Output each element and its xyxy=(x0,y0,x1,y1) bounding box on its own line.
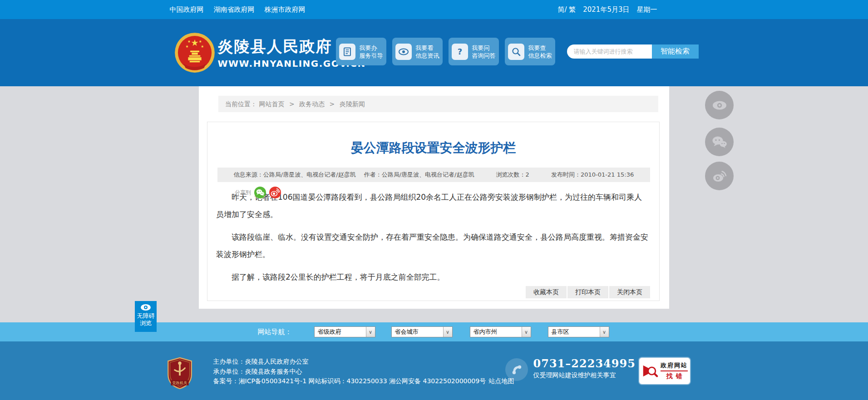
service-button-label: 我要看 信息资讯 xyxy=(416,44,439,59)
close-page-button[interactable]: 关闭本页 xyxy=(609,286,650,298)
print-page-button[interactable]: 打印本页 xyxy=(567,286,608,298)
service-label-line1: 我要看 xyxy=(416,44,434,51)
footer-value: 湘ICP备05003421号-1 网站标识码：4302250033 湘公网安备 … xyxy=(239,377,486,385)
meta-source-label: 信息来源： xyxy=(234,171,263,178)
service-label-line2: 咨询问答 xyxy=(472,52,496,59)
topbar-link-zhuzhou-gov[interactable]: 株洲市政府网 xyxy=(265,5,306,14)
weibo-share-icon[interactable] xyxy=(269,187,281,198)
weekday-text: 星期一 xyxy=(637,5,657,14)
phone-icon xyxy=(505,358,528,381)
share-widget: 分享到 xyxy=(235,187,281,198)
meta-source-value: 公路局/唐星波、电视台记者/赵彦凯 xyxy=(263,171,356,178)
lang-toggle[interactable]: 简/ 繁 xyxy=(557,5,576,14)
search-icon xyxy=(508,44,524,60)
search-input[interactable] xyxy=(567,44,652,59)
accessibility-label-line2: 浏览 xyxy=(135,320,157,327)
select-capital-cities[interactable]: 省会城市 ∨ xyxy=(391,326,453,337)
svg-text:★: ★ xyxy=(185,44,188,49)
topbar-links: 中国政府网 湖南省政府网 株洲市政府网 xyxy=(170,5,306,14)
service-button-woyaowen[interactable]: ? 我要问 咨询问答 xyxy=(449,38,499,65)
svg-text:?: ? xyxy=(457,47,462,56)
national-emblem-logo: ★ ★ ★ ★ xyxy=(174,32,215,74)
select-provincial-gov[interactable]: 省级政府 ∨ xyxy=(314,326,375,337)
topbar-right: 简/ 繁 2021年5月3日 星期一 xyxy=(557,5,657,14)
site-header: ★ ★ ★ ★ 炎陵县人民政府 WWW.HNYANLING.GOV.CN 我要办… xyxy=(0,19,868,86)
service-label-line1: 我要办 xyxy=(360,44,377,51)
svg-text:党政机关: 党政机关 xyxy=(172,380,187,385)
svg-text:★: ★ xyxy=(201,44,204,49)
date-text: 2021年5月3日 xyxy=(583,5,629,14)
article-body: 昨天，记者在106国道晏公潭路段看到，县公路局组织20余名工人正在公路旁安装波形… xyxy=(216,188,650,291)
favorite-page-button[interactable]: 收藏本页 xyxy=(526,286,567,298)
accessibility-browse-button[interactable]: 无障碍 浏览 xyxy=(135,301,157,332)
service-label-line2: 信息检索 xyxy=(528,52,552,59)
article-paragraph: 据了解，该路段2公里长的护栏工程，将于月底之前全部完工。 xyxy=(216,268,650,286)
wechat-float-button[interactable] xyxy=(705,128,734,156)
select-county-districts[interactable]: 县市区 ∨ xyxy=(548,326,609,337)
weibo-icon xyxy=(712,170,727,183)
chevron-down-icon: ∨ xyxy=(443,327,452,337)
breadcrumb-home[interactable]: 网站首页 xyxy=(259,100,284,108)
meta-time-label: 发布时间： xyxy=(551,171,581,178)
footer-label: 主办单位： xyxy=(213,358,245,365)
error-report-line1: 政府网站 xyxy=(661,361,688,371)
accessibility-label-line1: 无障碍 xyxy=(135,312,157,320)
error-report-line2: 找错 xyxy=(661,371,688,380)
breadcrumb-zhengwu[interactable]: 政务动态 xyxy=(299,100,325,108)
contact-phone-note: 仅受理网站建设维护相关事宜 xyxy=(533,371,616,380)
select-value: 县市区 xyxy=(548,327,600,337)
breadcrumb-separator: > xyxy=(289,100,295,108)
error-report-label: 政府网站 找错 xyxy=(661,361,688,380)
meta-time-value: 2010-01-21 15:36 xyxy=(581,171,634,178)
article-actions: 收藏本页 打印本页 关闭本页 xyxy=(526,286,650,298)
breadcrumb-separator: > xyxy=(330,100,335,108)
select-value: 省内市州 xyxy=(470,327,522,337)
article-meta-bar: 信息来源：公路局/唐星波、电视台记者/赵彦凯 作者：公路局/唐星波、电视台记者/… xyxy=(217,168,650,182)
footer-value: 炎陵县人民政府办公室 xyxy=(245,358,309,365)
site-title: 炎陵县人民政府 xyxy=(218,36,332,57)
select-province-cities[interactable]: 省内市州 ∨ xyxy=(470,326,531,337)
footer-row-operator: 承办单位：炎陵县政务服务中心 xyxy=(213,367,514,377)
service-button-label: 我要办 服务引导 xyxy=(360,44,383,59)
breadcrumb: 当前位置： 网站首页 > 政务动态 > 炎陵新闻 xyxy=(218,96,658,112)
article-paragraph: 昨天，记者在106国道晏公潭路段看到，县公路局组织20余名工人正在公路旁安装波形… xyxy=(216,188,650,223)
topbar-link-china-gov[interactable]: 中国政府网 xyxy=(170,5,204,14)
contact-phone-number: 0731–22234995 xyxy=(533,357,636,370)
select-value: 省会城市 xyxy=(392,327,443,337)
error-report-icon xyxy=(641,362,658,380)
eye-icon xyxy=(712,100,727,110)
party-gov-badge-icon: 党政机关 xyxy=(167,357,192,390)
service-button-label: 我要问 咨询问答 xyxy=(472,44,496,59)
service-label-line1: 我要问 xyxy=(472,44,490,51)
meta-author-label: 作者： xyxy=(364,171,382,178)
site-nav-band: 网站导航： 省级政府 ∨ 省会城市 ∨ 省内市州 ∨ 县市区 ∨ xyxy=(0,322,868,341)
eye-icon xyxy=(395,44,412,60)
select-value: 省级政府 xyxy=(315,327,366,337)
topbar: 中国政府网 湖南省政府网 株洲市政府网 简/ 繁 2021年5月3日 星期一 xyxy=(0,0,868,19)
gov-site-error-report-badge[interactable]: 政府网站 找错 xyxy=(639,358,690,384)
main-area: 当前位置： 网站首页 > 政务动态 > 炎陵新闻 晏公潭路段设置安全波形护栏 信… xyxy=(0,86,868,322)
footer-value: 炎陵县政务服务中心 xyxy=(245,368,302,375)
service-label-line2: 服务引导 xyxy=(360,52,383,59)
reading-mode-float-button[interactable] xyxy=(705,91,734,119)
wechat-share-icon[interactable] xyxy=(254,187,266,198)
meta-author-value: 公路局/唐星波、电视台记者/赵彦凯 xyxy=(382,171,474,178)
breadcrumb-news[interactable]: 炎陵新闻 xyxy=(340,100,365,108)
footer-info: 主办单位：炎陵县人民政府办公室 承办单位：炎陵县政务服务中心 备案号：湘ICP备… xyxy=(213,357,514,386)
service-button-woyaokan[interactable]: 我要看 信息资讯 xyxy=(392,38,443,65)
service-button-woyaoban[interactable]: 我要办 服务引导 xyxy=(336,38,386,65)
weibo-float-button[interactable] xyxy=(705,162,734,190)
footer-row-sponsor: 主办单位：炎陵县人民政府办公室 xyxy=(213,357,514,367)
chevron-down-icon: ∨ xyxy=(366,327,375,337)
article-panel: 晏公潭路段设置安全波形护栏 信息来源：公路局/唐星波、电视台记者/赵彦凯 作者：… xyxy=(207,122,660,301)
service-button-woyaocha[interactable]: 我要查 信息检索 xyxy=(505,38,555,65)
meta-views-value: 2 xyxy=(526,171,529,178)
content-card: 当前位置： 网站首页 > 政务动态 > 炎陵新闻 晏公潭路段设置安全波形护栏 信… xyxy=(199,86,669,309)
article-paragraph: 该路段临崖、临水。没有设置交通安全防护，存在着严重安全隐患。为确保道路交通安全，… xyxy=(216,228,650,263)
article-title: 晏公潭路段设置安全波形护栏 xyxy=(207,139,659,157)
wechat-icon xyxy=(712,136,727,148)
smart-search-button[interactable]: 智能检索 xyxy=(652,44,699,59)
breadcrumb-label: 当前位置： xyxy=(225,100,257,108)
share-label: 分享到 xyxy=(235,189,251,197)
topbar-link-hunan-gov[interactable]: 湖南省政府网 xyxy=(214,5,255,14)
